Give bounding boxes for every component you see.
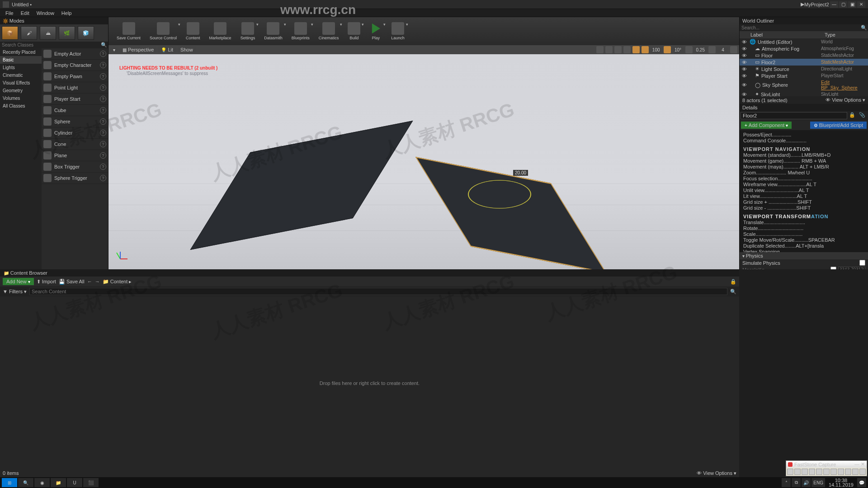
import-button[interactable]: ⬆ Import xyxy=(37,279,56,285)
add-new-button[interactable]: Add New ▾ xyxy=(3,278,34,285)
modes-cat[interactable]: Visual Effects xyxy=(0,79,42,87)
actor-item[interactable]: Box Trigger? xyxy=(42,161,108,173)
modes-cat[interactable]: Basic xyxy=(0,56,42,64)
nav-fwd-button[interactable]: → xyxy=(95,279,100,284)
visibility-eye-icon[interactable]: 👁 xyxy=(741,73,747,79)
fs-repeat-icon[interactable] xyxy=(838,469,844,475)
toolbar-play-button[interactable]: Play▾ xyxy=(365,20,387,42)
mode-geometry-tab[interactable]: 🧊 xyxy=(78,26,94,40)
viewport-lit[interactable]: 💡 Lit xyxy=(158,47,176,53)
fs-window-icon[interactable] xyxy=(794,469,801,475)
start-button[interactable]: ⊞ xyxy=(2,478,17,487)
add-component-button[interactable]: + Add Component ▾ xyxy=(741,122,792,129)
outliner-view-options[interactable]: View Options xyxy=(832,97,861,103)
scale-snap-icon[interactable] xyxy=(685,46,693,53)
outliner-row[interactable]: 👁☁Atmospheric FogAtmosphericFog xyxy=(740,45,868,52)
world-local-icon[interactable] xyxy=(623,46,631,53)
actor-name-input[interactable] xyxy=(741,112,847,119)
maximize-button[interactable]: ▢ xyxy=(839,1,847,8)
fs-region-icon[interactable] xyxy=(802,469,808,475)
actor-item[interactable]: Cube? xyxy=(42,105,108,116)
scale-gizmo-icon[interactable] xyxy=(614,46,622,53)
modes-cat[interactable]: Volumes xyxy=(0,94,42,102)
modes-cat[interactable]: Cinematic xyxy=(0,71,42,79)
faststone-taskbar-icon[interactable]: ⬛ xyxy=(83,478,99,487)
actor-item[interactable]: Empty Character? xyxy=(42,60,108,71)
actor-item[interactable]: Sphere? xyxy=(42,116,108,127)
content-view-options[interactable]: View Options xyxy=(703,470,732,476)
minimize-button[interactable]: — xyxy=(830,1,838,8)
actor-info-icon[interactable]: ? xyxy=(100,141,106,147)
search-taskbar-icon[interactable]: 🔍 xyxy=(18,478,33,487)
actor-item[interactable]: Sphere Trigger? xyxy=(42,173,108,184)
actor-info-icon[interactable]: ? xyxy=(100,62,106,68)
modes-cat[interactable]: Geometry xyxy=(0,87,42,94)
ue-taskbar-icon[interactable]: U xyxy=(67,478,82,487)
menu-edit[interactable]: Edit xyxy=(17,10,33,16)
modes-cat[interactable]: Recently Placed xyxy=(0,48,42,56)
modes-cat[interactable]: All Classes xyxy=(0,102,42,110)
fs-output-icon[interactable] xyxy=(859,469,866,475)
filters-button[interactable]: ▼ Filters ▾ xyxy=(3,289,27,295)
fs-settings-icon[interactable] xyxy=(852,469,859,475)
translate-gizmo-icon[interactable] xyxy=(596,46,604,53)
blueprint-button[interactable]: ⚙ Blueprint/Add Script xyxy=(810,122,867,129)
viewport-perspective[interactable]: ▦ Perspective xyxy=(120,47,156,53)
camera-speed-value[interactable]: 4 xyxy=(717,47,728,53)
modes-cat[interactable]: Lights xyxy=(0,64,42,71)
actor-info-icon[interactable]: ? xyxy=(100,175,106,181)
visibility-eye-icon[interactable]: 👁 xyxy=(741,46,747,52)
actor-mobility-icon[interactable]: 🔒 xyxy=(847,112,857,119)
visibility-eye-icon[interactable]: 👁 xyxy=(741,92,747,97)
physics-header[interactable]: Physics xyxy=(746,253,763,258)
actor-item[interactable]: Cylinder? xyxy=(42,127,108,139)
toolbar-save-current-button[interactable]: Save Current xyxy=(112,20,145,42)
viewport[interactable]: LIGHTING NEEDS TO BE REBUILT (2 unbuilt … xyxy=(108,54,739,269)
actor-info-icon[interactable]: ? xyxy=(100,73,106,80)
nav-back-button[interactable]: ← xyxy=(87,279,92,284)
physics-check[interactable] xyxy=(859,260,865,266)
menu-window[interactable]: Window xyxy=(33,10,58,16)
grid-snap-value[interactable]: 100 xyxy=(651,47,662,53)
rotation-gizmo-icon[interactable] xyxy=(468,180,531,208)
toolbar-cinematics-button[interactable]: Cinematics▾ xyxy=(314,20,344,42)
fs-scroll-icon[interactable] xyxy=(823,469,830,475)
actor-info-icon[interactable]: ? xyxy=(100,130,106,136)
explorer-icon[interactable]: 📁 xyxy=(51,478,66,487)
grid-snap-icon[interactable] xyxy=(642,46,649,53)
search-icon[interactable]: 🔍 xyxy=(730,289,736,295)
actor-item[interactable]: Plane? xyxy=(42,150,108,161)
tray-lang[interactable]: ENG xyxy=(811,478,825,487)
fs-freehand-icon[interactable] xyxy=(809,469,815,475)
toolbar-marketplace-button[interactable]: Marketplace xyxy=(205,20,236,42)
outliner-row[interactable]: 👁⚑Player StartPlayerStart xyxy=(740,72,868,79)
outliner-row[interactable]: 👁◯Sky SphereEdit BP_Sky_Sphere xyxy=(740,79,868,91)
actor-info-icon[interactable]: ? xyxy=(100,118,106,125)
project-icon[interactable]: ▶ xyxy=(801,1,804,7)
col-label[interactable]: Label xyxy=(749,31,823,38)
search-icon[interactable]: 🔍 xyxy=(100,42,108,48)
viewport-maximize-icon[interactable] xyxy=(730,46,737,53)
rotate-gizmo-icon[interactable] xyxy=(605,46,613,53)
toolbar-blueprints-button[interactable]: Blueprints▾ xyxy=(287,20,314,42)
content-search-input[interactable] xyxy=(29,288,727,295)
breadcrumb[interactable]: 📁 Content ▸ xyxy=(103,279,132,285)
tray-notifications-icon[interactable]: 💬 xyxy=(857,478,866,487)
save-all-button[interactable]: 💾 Save All xyxy=(59,279,85,285)
actor-info-icon[interactable]: ? xyxy=(100,84,106,91)
actor-info-icon[interactable]: ? xyxy=(100,152,106,159)
actor-browse-icon[interactable]: 📎 xyxy=(857,112,867,119)
menu-help[interactable]: Help xyxy=(58,10,75,16)
surface-snap-icon[interactable] xyxy=(632,46,640,53)
faststone-window[interactable]: FastStone Capture— ✕ xyxy=(786,460,867,476)
mode-landscape-tab[interactable]: ⛰ xyxy=(40,26,56,40)
mode-paint-tab[interactable]: 🖌 xyxy=(21,26,37,40)
mode-foliage-tab[interactable]: 🌿 xyxy=(59,26,75,40)
mode-place-tab[interactable]: 📦 xyxy=(2,26,18,40)
outliner-row[interactable]: 👁✦SkyLightSkyLight xyxy=(740,91,868,96)
actor-info-icon[interactable]: ? xyxy=(100,51,106,57)
actor-info-icon[interactable]: ? xyxy=(100,96,106,102)
tray-network-icon[interactable]: ⧉ xyxy=(792,478,801,487)
camera-speed-icon[interactable] xyxy=(708,46,716,53)
content-empty-hint[interactable]: Drop files here or right click to create… xyxy=(0,296,739,469)
